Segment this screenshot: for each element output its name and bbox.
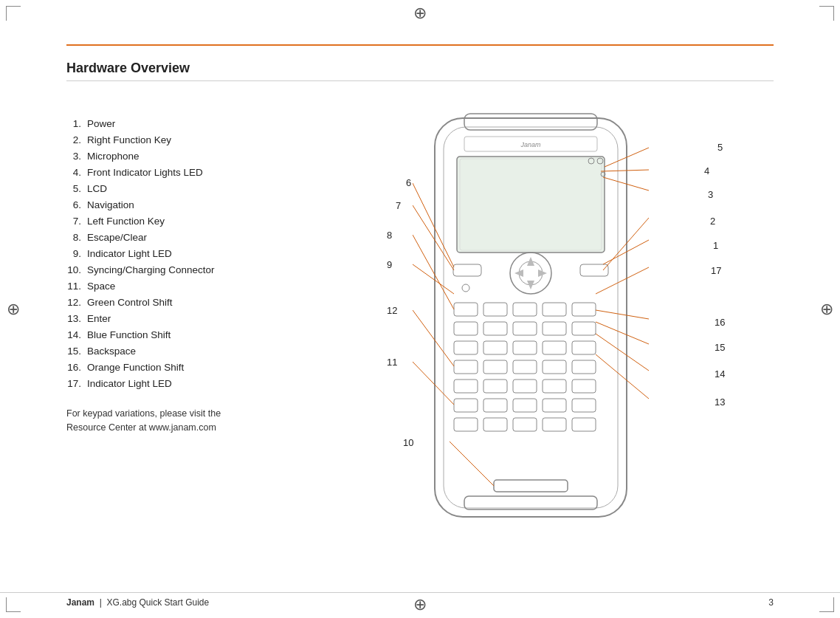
item-number: 10. (66, 264, 87, 275)
svg-rect-28 (572, 322, 596, 335)
callout-3: 3 (708, 189, 713, 200)
svg-rect-54 (494, 480, 568, 492)
svg-point-18 (462, 284, 469, 292)
svg-rect-29 (454, 341, 478, 354)
note-line1: For keypad variations, please visit the (66, 408, 221, 419)
list-item: 8.Escape/Clear (66, 232, 303, 243)
item-number: 3. (66, 151, 87, 162)
list-item: 5.LCD (66, 183, 303, 194)
svg-rect-50 (483, 418, 507, 431)
item-label: Indicator Light LED (87, 248, 172, 259)
svg-line-63 (596, 322, 649, 344)
svg-rect-27 (543, 322, 566, 335)
item-number: 6. (66, 199, 87, 210)
svg-rect-53 (572, 418, 596, 431)
list-item: 7.Left Function Key (66, 216, 303, 227)
list-item: 11.Space (66, 281, 303, 292)
svg-rect-34 (454, 360, 478, 374)
list-item: 16.Orange Function Shift (66, 362, 303, 373)
svg-rect-35 (483, 360, 507, 374)
list-item: 4.Front Indicator Lights LED (66, 167, 303, 178)
callout-12: 12 (387, 305, 397, 316)
item-number: 17. (66, 378, 87, 389)
footer-note: For keypad variations, please visit the … (66, 407, 303, 435)
callout-6: 6 (406, 177, 411, 188)
svg-line-61 (596, 267, 649, 294)
svg-rect-49 (454, 418, 478, 431)
list-item: 12.Green Control Shift (66, 297, 303, 308)
svg-rect-51 (513, 418, 537, 431)
item-label: LCD (87, 183, 107, 194)
item-number: 13. (66, 313, 87, 324)
item-number: 9. (66, 248, 87, 259)
list-item: 17.Indicator Light LED (66, 378, 303, 389)
compass-right: ⊕ (816, 299, 837, 320)
callout-17: 17 (711, 265, 721, 276)
item-number: 4. (66, 167, 87, 178)
header-rule (66, 80, 774, 81)
svg-line-68 (413, 235, 454, 309)
item-label: Space (87, 281, 115, 292)
list-item: 10.Syncing/Charging Connector (66, 264, 303, 275)
svg-line-67 (413, 205, 454, 270)
item-label: Escape/Clear (87, 232, 147, 243)
list-item: 2.Right Function Key (66, 134, 303, 145)
svg-line-66 (413, 183, 454, 267)
hardware-list: 1.Power2.Right Function Key3.Microphone4… (66, 118, 303, 389)
svg-rect-42 (543, 380, 566, 393)
device-illustration: Janam (413, 103, 649, 532)
callout-1: 1 (713, 240, 718, 251)
item-number: 12. (66, 297, 87, 308)
corner-mark-tr (819, 6, 834, 21)
svg-rect-30 (483, 341, 507, 354)
item-number: 5. (66, 183, 87, 194)
footer-brand: Janam (66, 597, 94, 608)
callout-7: 7 (396, 200, 401, 211)
item-label: Blue Function Shift (87, 329, 171, 340)
svg-line-64 (596, 334, 649, 371)
item-label: Syncing/Charging Connector (87, 264, 215, 275)
svg-rect-16 (453, 264, 481, 276)
svg-rect-21 (513, 303, 537, 316)
svg-rect-52 (543, 418, 566, 431)
svg-rect-45 (483, 399, 507, 412)
item-number: 15. (66, 346, 87, 357)
footer-left: Janam | XG.abg Quick Start Guide (66, 597, 209, 608)
svg-rect-32 (543, 341, 566, 354)
svg-rect-19 (454, 303, 478, 316)
svg-line-62 (596, 310, 649, 319)
item-label: Enter (87, 313, 111, 324)
svg-rect-38 (572, 360, 596, 374)
svg-rect-31 (513, 341, 537, 354)
item-label: Backspace (87, 346, 136, 357)
callout-8: 8 (387, 230, 392, 241)
page-header: Hardware Overview (66, 52, 774, 81)
item-label: Navigation (87, 199, 134, 210)
callout-14: 14 (715, 368, 725, 380)
svg-rect-39 (454, 380, 478, 393)
top-accent-line (66, 44, 774, 46)
footer-page-number: 3 (768, 597, 774, 608)
list-item: 6.Navigation (66, 199, 303, 210)
svg-line-57 (601, 170, 649, 171)
compass-left: ⊕ (3, 299, 24, 320)
page-title: Hardware Overview (66, 61, 774, 76)
svg-rect-43 (572, 380, 596, 393)
svg-rect-40 (483, 380, 507, 393)
item-number: 11. (66, 281, 87, 292)
compass-top: ⊕ (410, 3, 430, 24)
callout-11: 11 (387, 357, 397, 368)
callout-9: 9 (387, 259, 392, 270)
item-label: Power (87, 118, 115, 129)
item-number: 7. (66, 216, 87, 227)
item-label: Microphone (87, 151, 140, 162)
item-list: 1.Power2.Right Function Key3.Microphone4… (66, 96, 303, 581)
main-content: 1.Power2.Right Function Key3.Microphone4… (66, 96, 774, 581)
item-number: 2. (66, 134, 87, 145)
svg-rect-17 (580, 264, 608, 276)
callout-13: 13 (715, 396, 725, 408)
svg-rect-47 (543, 399, 566, 412)
svg-rect-36 (513, 360, 537, 374)
svg-rect-26 (513, 322, 537, 335)
item-number: 16. (66, 362, 87, 373)
